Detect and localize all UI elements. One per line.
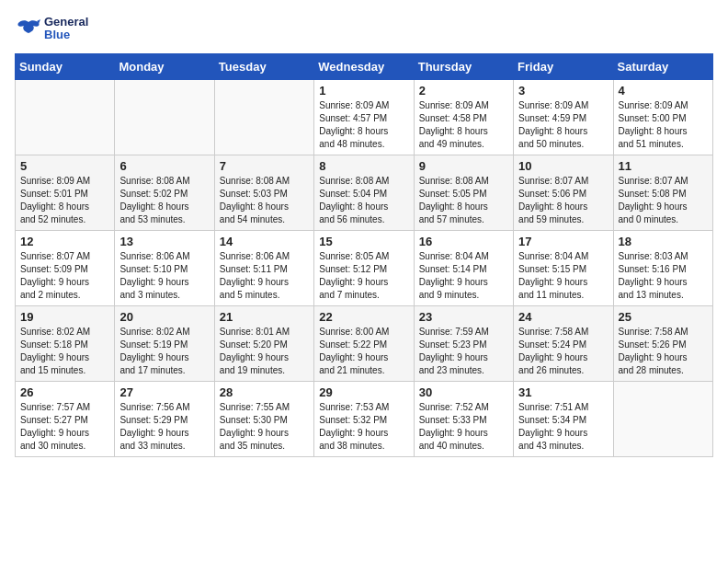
day-info: Sunrise: 8:09 AM Sunset: 4:57 PM Dayligh… [319, 99, 408, 151]
day-info: Sunrise: 7:52 AM Sunset: 5:33 PM Dayligh… [419, 401, 508, 453]
day-number: 12 [20, 235, 109, 248]
day-number: 1 [319, 84, 408, 98]
calendar-cell: 14Sunrise: 8:06 AM Sunset: 5:11 PM Dayli… [214, 231, 313, 306]
day-info: Sunrise: 7:57 AM Sunset: 5:27 PM Dayligh… [20, 401, 109, 453]
calendar-cell: 26Sunrise: 7:57 AM Sunset: 5:27 PM Dayli… [16, 382, 115, 457]
weekday-header: Thursday [414, 54, 513, 80]
day-number: 11 [619, 159, 708, 173]
calendar-cell: 16Sunrise: 8:04 AM Sunset: 5:14 PM Dayli… [414, 231, 513, 306]
calendar-cell: 24Sunrise: 7:58 AM Sunset: 5:24 PM Dayli… [514, 306, 613, 382]
calendar-cell [613, 382, 712, 457]
day-info: Sunrise: 8:05 AM Sunset: 5:12 PM Dayligh… [319, 250, 408, 302]
day-info: Sunrise: 8:00 AM Sunset: 5:22 PM Dayligh… [319, 326, 408, 377]
day-info: Sunrise: 8:09 AM Sunset: 4:58 PM Dayligh… [419, 99, 508, 151]
calendar-cell: 31Sunrise: 7:51 AM Sunset: 5:34 PM Dayli… [514, 382, 613, 457]
weekday-header: Saturday [613, 54, 712, 80]
logo-bird-icon [15, 15, 42, 42]
weekday-header: Sunday [16, 54, 115, 80]
day-info: Sunrise: 7:58 AM Sunset: 5:24 PM Dayligh… [518, 326, 608, 377]
day-number: 31 [518, 385, 608, 399]
day-info: Sunrise: 8:08 AM Sunset: 5:03 PM Dayligh… [220, 175, 309, 226]
calendar-cell: 28Sunrise: 7:55 AM Sunset: 5:30 PM Dayli… [214, 382, 313, 457]
day-info: Sunrise: 7:58 AM Sunset: 5:26 PM Dayligh… [619, 326, 708, 377]
day-number: 13 [119, 235, 209, 248]
calendar-cell: 5Sunrise: 8:09 AM Sunset: 5:01 PM Daylig… [16, 155, 115, 231]
day-info: Sunrise: 8:07 AM Sunset: 5:08 PM Dayligh… [619, 175, 708, 226]
day-number: 4 [619, 84, 708, 98]
day-info: Sunrise: 7:59 AM Sunset: 5:23 PM Dayligh… [419, 326, 508, 377]
calendar-cell [115, 80, 214, 155]
logo-line1: General [44, 16, 88, 29]
day-info: Sunrise: 8:08 AM Sunset: 5:02 PM Dayligh… [119, 175, 209, 226]
calendar-week-row: 26Sunrise: 7:57 AM Sunset: 5:27 PM Dayli… [16, 382, 713, 457]
day-info: Sunrise: 8:02 AM Sunset: 5:18 PM Dayligh… [20, 326, 109, 377]
day-number: 16 [419, 235, 508, 248]
calendar-cell: 20Sunrise: 8:02 AM Sunset: 5:19 PM Dayli… [115, 306, 214, 382]
calendar-week-row: 5Sunrise: 8:09 AM Sunset: 5:01 PM Daylig… [16, 155, 713, 231]
day-info: Sunrise: 8:08 AM Sunset: 5:05 PM Dayligh… [419, 175, 508, 226]
calendar-cell [214, 80, 313, 155]
calendar-cell: 7Sunrise: 8:08 AM Sunset: 5:03 PM Daylig… [214, 155, 313, 231]
day-number: 2 [419, 84, 508, 98]
calendar-week-row: 12Sunrise: 8:07 AM Sunset: 5:09 PM Dayli… [16, 231, 713, 306]
day-number: 27 [119, 385, 209, 399]
day-number: 6 [119, 159, 209, 173]
day-info: Sunrise: 8:07 AM Sunset: 5:06 PM Dayligh… [518, 175, 608, 226]
calendar-cell: 30Sunrise: 7:52 AM Sunset: 5:33 PM Dayli… [414, 382, 513, 457]
day-number: 8 [319, 159, 408, 173]
day-info: Sunrise: 8:01 AM Sunset: 5:20 PM Dayligh… [220, 326, 309, 377]
calendar-cell: 29Sunrise: 7:53 AM Sunset: 5:32 PM Dayli… [314, 382, 414, 457]
calendar-week-row: 1Sunrise: 8:09 AM Sunset: 4:57 PM Daylig… [16, 80, 713, 155]
weekday-header: Monday [115, 54, 214, 80]
calendar-cell: 8Sunrise: 8:08 AM Sunset: 5:04 PM Daylig… [314, 155, 414, 231]
day-number: 9 [419, 159, 508, 173]
day-number: 22 [319, 310, 408, 324]
calendar-cell: 11Sunrise: 8:07 AM Sunset: 5:08 PM Dayli… [613, 155, 712, 231]
day-number: 24 [518, 310, 608, 324]
page-header: General Blue [15, 15, 713, 42]
header-row: SundayMondayTuesdayWednesdayThursdayFrid… [16, 54, 713, 80]
day-number: 18 [619, 235, 708, 248]
calendar-cell: 4Sunrise: 8:09 AM Sunset: 5:00 PM Daylig… [613, 80, 712, 155]
logo-line2: Blue [44, 29, 88, 41]
day-number: 25 [619, 310, 708, 324]
day-number: 5 [20, 159, 109, 173]
calendar-cell: 10Sunrise: 8:07 AM Sunset: 5:06 PM Dayli… [514, 155, 613, 231]
day-info: Sunrise: 7:56 AM Sunset: 5:29 PM Dayligh… [119, 401, 209, 453]
day-number: 23 [419, 310, 508, 324]
day-info: Sunrise: 7:53 AM Sunset: 5:32 PM Dayligh… [319, 401, 408, 453]
day-number: 28 [220, 385, 309, 399]
day-info: Sunrise: 8:07 AM Sunset: 5:09 PM Dayligh… [20, 250, 109, 302]
calendar-cell: 3Sunrise: 8:09 AM Sunset: 4:59 PM Daylig… [514, 80, 613, 155]
calendar-cell: 2Sunrise: 8:09 AM Sunset: 4:58 PM Daylig… [414, 80, 513, 155]
day-info: Sunrise: 8:09 AM Sunset: 4:59 PM Dayligh… [518, 99, 608, 151]
day-info: Sunrise: 8:08 AM Sunset: 5:04 PM Dayligh… [319, 175, 408, 226]
calendar-table: SundayMondayTuesdayWednesdayThursdayFrid… [15, 53, 713, 457]
calendar-week-row: 19Sunrise: 8:02 AM Sunset: 5:18 PM Dayli… [16, 306, 713, 382]
calendar-cell: 12Sunrise: 8:07 AM Sunset: 5:09 PM Dayli… [16, 231, 115, 306]
calendar-cell: 9Sunrise: 8:08 AM Sunset: 5:05 PM Daylig… [414, 155, 513, 231]
day-number: 15 [319, 235, 408, 248]
calendar-cell: 21Sunrise: 8:01 AM Sunset: 5:20 PM Dayli… [214, 306, 313, 382]
logo: General Blue [15, 15, 88, 42]
weekday-header: Tuesday [214, 54, 313, 80]
day-number: 17 [518, 235, 608, 248]
calendar-cell: 27Sunrise: 7:56 AM Sunset: 5:29 PM Dayli… [115, 382, 214, 457]
calendar-cell: 6Sunrise: 8:08 AM Sunset: 5:02 PM Daylig… [115, 155, 214, 231]
calendar-cell: 25Sunrise: 7:58 AM Sunset: 5:26 PM Dayli… [613, 306, 712, 382]
day-number: 21 [220, 310, 309, 324]
day-number: 30 [419, 385, 508, 399]
day-number: 29 [319, 385, 408, 399]
day-number: 14 [220, 235, 309, 248]
day-info: Sunrise: 8:04 AM Sunset: 5:14 PM Dayligh… [419, 250, 508, 302]
weekday-header: Friday [514, 54, 613, 80]
day-info: Sunrise: 8:03 AM Sunset: 5:16 PM Dayligh… [619, 250, 708, 302]
day-number: 7 [220, 159, 309, 173]
day-number: 3 [518, 84, 608, 98]
calendar-cell: 18Sunrise: 8:03 AM Sunset: 5:16 PM Dayli… [613, 231, 712, 306]
day-number: 26 [20, 385, 109, 399]
calendar-cell: 13Sunrise: 8:06 AM Sunset: 5:10 PM Dayli… [115, 231, 214, 306]
calendar-cell [16, 80, 115, 155]
day-info: Sunrise: 8:02 AM Sunset: 5:19 PM Dayligh… [119, 326, 209, 377]
day-info: Sunrise: 7:51 AM Sunset: 5:34 PM Dayligh… [518, 401, 608, 453]
